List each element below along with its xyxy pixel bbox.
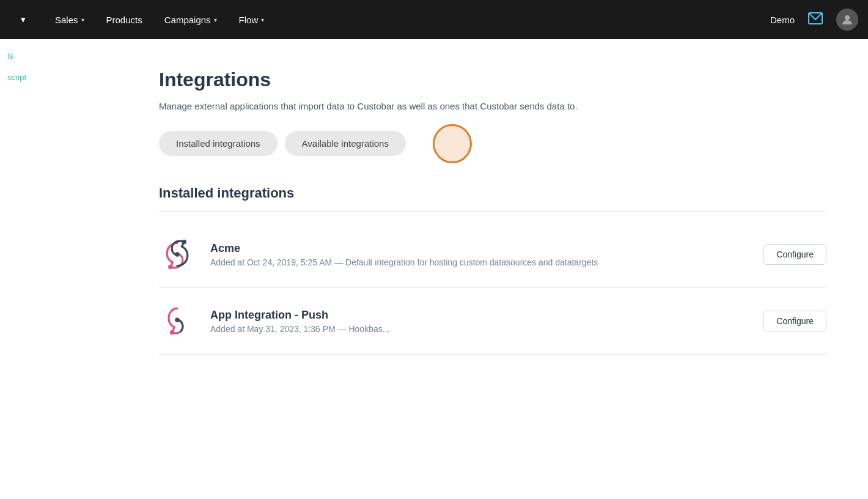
svg-point-6 bbox=[175, 317, 179, 322]
app-push-icon bbox=[159, 303, 196, 339]
page-description: Manage external applications that import… bbox=[159, 101, 709, 111]
app-push-meta: Added at May 31, 2023, 1:36 PM — Hookbas… bbox=[210, 324, 749, 334]
click-indicator bbox=[433, 124, 472, 163]
nav-chevron-campaigns: ▾ bbox=[214, 17, 217, 23]
svg-point-5 bbox=[170, 330, 174, 335]
nav-chevron-flow: ▾ bbox=[261, 17, 264, 23]
nav-label-flow: Flow bbox=[239, 15, 259, 25]
tab-installed-integrations[interactable]: Installed integrations bbox=[159, 131, 278, 156]
svg-point-1 bbox=[845, 15, 850, 20]
acme-name: Acme bbox=[210, 242, 749, 255]
user-avatar-button[interactable] bbox=[836, 9, 858, 31]
mail-button[interactable] bbox=[804, 9, 826, 31]
top-navigation: ▾ Sales ▾ Products Campaigns ▾ Flow ▾ De… bbox=[0, 0, 868, 39]
installed-section-title: Installed integrations bbox=[159, 185, 826, 201]
svg-point-4 bbox=[175, 252, 179, 256]
mail-icon bbox=[808, 12, 823, 28]
acme-meta: Added at Oct 24, 2019, 5:25 AM — Default… bbox=[210, 257, 749, 267]
integration-item: Acme Added at Oct 24, 2019, 5:25 AM — De… bbox=[159, 221, 826, 288]
sidebar-item-script[interactable]: script bbox=[7, 73, 42, 82]
app-push-configure-button[interactable]: Configure bbox=[763, 311, 826, 331]
app-push-info: App Integration - Push Added at May 31, … bbox=[210, 309, 749, 334]
nav-right: Demo bbox=[770, 9, 858, 31]
nav-item-sales[interactable]: Sales ▾ bbox=[44, 0, 95, 39]
section-divider bbox=[159, 211, 826, 212]
sidebar-item-is[interactable]: is bbox=[7, 51, 42, 61]
app-push-name: App Integration - Push bbox=[210, 309, 749, 322]
svg-point-3 bbox=[182, 240, 186, 244]
sidebar: is script bbox=[0, 39, 49, 384]
nav-logo[interactable]: ▾ bbox=[10, 0, 37, 39]
nav-item-products[interactable]: Products bbox=[95, 0, 153, 39]
svg-point-2 bbox=[168, 265, 172, 269]
nav-label-products: Products bbox=[106, 15, 142, 25]
nav-item-campaigns[interactable]: Campaigns ▾ bbox=[153, 0, 228, 39]
nav-chevron-sales: ▾ bbox=[81, 17, 84, 23]
nav-label-campaigns: Campaigns bbox=[164, 15, 211, 25]
main-content: Integrations Manage external application… bbox=[61, 39, 856, 384]
acme-icon bbox=[159, 236, 196, 273]
nav-item-flow[interactable]: Flow ▾ bbox=[228, 0, 276, 39]
nav-left: ▾ Sales ▾ Products Campaigns ▾ Flow ▾ bbox=[10, 0, 275, 39]
page-title: Integrations bbox=[159, 68, 826, 91]
integration-list: Acme Added at Oct 24, 2019, 5:25 AM — De… bbox=[159, 221, 826, 355]
acme-info: Acme Added at Oct 24, 2019, 5:25 AM — De… bbox=[210, 242, 749, 267]
tab-group: Installed integrations Available integra… bbox=[159, 131, 826, 156]
acme-configure-button[interactable]: Configure bbox=[763, 244, 826, 265]
tab-available-integrations[interactable]: Available integrations bbox=[285, 131, 406, 156]
nav-demo-label: Demo bbox=[770, 15, 795, 25]
integration-item: App Integration - Push Added at May 31, … bbox=[159, 288, 826, 355]
nav-label-sales: Sales bbox=[55, 15, 78, 25]
